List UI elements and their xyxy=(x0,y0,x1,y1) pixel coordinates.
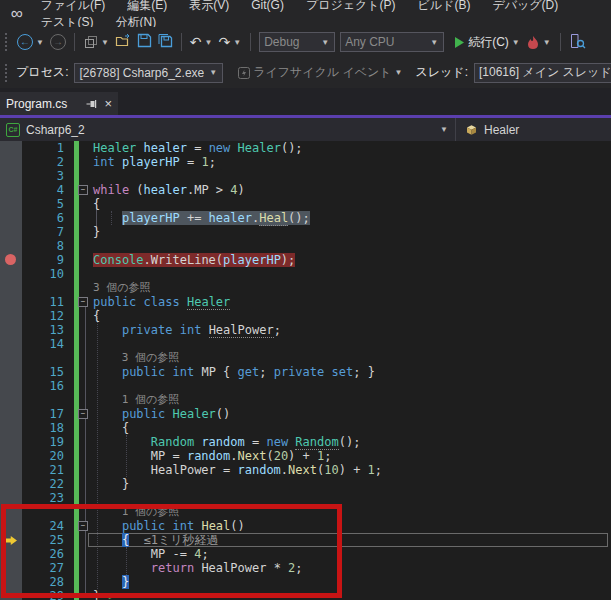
thread-select[interactable]: [10616] メイン スレッド xyxy=(474,63,611,83)
code-line[interactable]: 22 } xyxy=(0,477,611,491)
menu-item-6[interactable]: デバッグ(D) xyxy=(481,0,569,12)
standard-toolbar: ←▼ → ▼ ↶▼ ↷▼ Debug▼ Any CPU▼ 続行(C) ▼ ▼ xyxy=(0,27,611,57)
chevron-down-icon[interactable]: ▼ xyxy=(100,38,110,47)
navigate-forward-button[interactable]: → xyxy=(50,34,66,50)
lifecycle-events-button[interactable]: ライフサイクル イベント ▼ xyxy=(237,64,403,81)
codelens-references[interactable]: 3 個の参照 xyxy=(122,351,180,365)
line-number: 6 xyxy=(22,211,64,225)
toolbar-separator xyxy=(181,33,182,51)
breakpoint-icon[interactable] xyxy=(5,254,16,265)
debug-location-toolbar: プロセス: [26788] Csharp6_2.exe▼ ライフサイクル イベン… xyxy=(0,57,611,88)
code-text: public class Healer xyxy=(93,295,230,309)
continue-button[interactable]: 続行(C) ▼ xyxy=(453,34,521,51)
csharp-project-icon: C# xyxy=(6,123,20,137)
code-text: } xyxy=(93,477,129,491)
new-project-icon xyxy=(83,35,98,50)
chevron-down-icon[interactable]: ▼ xyxy=(439,125,449,134)
collapse-toggle-icon[interactable]: − xyxy=(78,409,88,419)
code-text: MP = random.Next(20) + 1; xyxy=(93,449,331,463)
code-line[interactable]: 16 xyxy=(0,379,611,393)
chevron-down-icon[interactable]: ▼ xyxy=(232,38,242,47)
tab-program-cs[interactable]: Program.cs × xyxy=(0,92,118,115)
close-icon[interactable]: × xyxy=(104,96,112,111)
open-file-button[interactable] xyxy=(115,33,132,51)
line-number: 8 xyxy=(22,239,64,253)
solution-configuration-select[interactable]: Debug▼ xyxy=(259,32,335,52)
solution-platform-select[interactable]: Any CPU▼ xyxy=(340,32,444,52)
undo-icon[interactable]: ↶ xyxy=(190,34,202,50)
menu-item-3[interactable]: Git(G) xyxy=(240,0,295,12)
line-number: 23 xyxy=(22,491,64,505)
new-project-button[interactable]: ▼ xyxy=(83,35,110,50)
chevron-down-icon[interactable]: ▼ xyxy=(204,38,214,47)
code-text: Healer healer = new Healer(); xyxy=(93,141,303,155)
code-line[interactable]: 13 private int HealPower; xyxy=(0,323,611,337)
toolbar-grip[interactable] xyxy=(5,64,7,82)
menu-item-4[interactable]: プロジェクト(P) xyxy=(295,0,407,12)
chevron-down-icon[interactable]: ▼ xyxy=(511,38,521,47)
line-number: 4 xyxy=(22,183,64,197)
chevron-down-icon[interactable]: ▼ xyxy=(35,38,45,47)
code-line[interactable]: 7} xyxy=(0,225,611,239)
code-line[interactable]: 4−while (healer.MP > 4) xyxy=(0,183,611,197)
navigate-back-button[interactable]: ← xyxy=(17,34,33,50)
code-line[interactable]: 20 MP = random.Next(20) + 1; xyxy=(0,449,611,463)
code-text: HealPower = random.Next(10) + 1; xyxy=(93,463,382,477)
open-folder-icon xyxy=(115,33,132,48)
line-number: 11 xyxy=(22,295,64,309)
code-line[interactable]: 10 xyxy=(0,267,611,281)
menu-item-1[interactable]: 編集(E) xyxy=(116,0,178,12)
menu-item-2[interactable]: 表示(V) xyxy=(178,0,240,12)
save-button[interactable] xyxy=(137,33,152,51)
code-line[interactable]: 8 xyxy=(0,239,611,253)
codelens-references[interactable]: 1 個の参照 xyxy=(122,393,180,407)
code-line[interactable]: 17− public Healer() xyxy=(0,407,611,421)
code-text: Random random = new Random(); xyxy=(93,435,360,449)
play-icon xyxy=(453,36,466,49)
code-line[interactable]: 18 { xyxy=(0,421,611,435)
line-number: 20 xyxy=(22,449,64,463)
codelens-references[interactable]: 3 個の参照 xyxy=(93,281,151,295)
chevron-down-icon[interactable]: ▼ xyxy=(394,68,404,77)
redo-icon[interactable]: ↷ xyxy=(219,34,231,50)
code-line[interactable]: 5{ xyxy=(0,197,611,211)
menu-item-0[interactable]: ファイル(F) xyxy=(30,0,116,12)
pin-icon[interactable] xyxy=(86,98,98,110)
code-line[interactable]: 2int playerHP = 1; xyxy=(0,155,611,169)
menu-item-5[interactable]: ビルド(B) xyxy=(407,0,482,12)
tab-label: Program.cs xyxy=(6,97,80,111)
code-line[interactable]: 6 playerHP += healer.Heal(); xyxy=(0,211,611,225)
process-select[interactable]: [26788] Csharp6_2.exe▼ xyxy=(74,63,223,83)
code-line[interactable]: 15 public int MP { get; private set; } xyxy=(0,365,611,379)
codelens-row[interactable]: 3 個の参照 xyxy=(0,281,611,295)
hot-reload-button[interactable]: ▼ xyxy=(526,35,552,50)
codelens-row[interactable]: 1 個の参照 xyxy=(0,393,611,407)
code-line[interactable]: 11−public class Healer xyxy=(0,295,611,309)
chevron-down-icon[interactable]: ▼ xyxy=(542,38,552,47)
code-line[interactable]: 19 Random random = new Random(); xyxy=(0,435,611,449)
code-line[interactable]: 14 xyxy=(0,337,611,351)
codelens-row[interactable]: 3 個の参照 xyxy=(0,351,611,365)
save-all-button[interactable] xyxy=(157,33,173,51)
code-line[interactable]: 21 HealPower = random.Next(10) + 1; xyxy=(0,463,611,477)
thread-label: スレッド: xyxy=(416,64,468,81)
code-text: } xyxy=(93,225,100,239)
find-in-files-button[interactable] xyxy=(569,33,586,52)
code-line[interactable]: 1Healer healer = new Healer(); xyxy=(0,141,611,155)
class-icon xyxy=(464,123,479,137)
code-text: Console.WriteLine(playerHP); xyxy=(93,253,295,267)
code-text: while (healer.MP > 4) xyxy=(93,183,245,197)
toolbar-grip[interactable] xyxy=(5,33,9,51)
code-line[interactable]: 9Console.WriteLine(playerHP); xyxy=(0,253,611,267)
collapse-toggle-icon[interactable]: − xyxy=(78,185,88,195)
code-line[interactable]: 23 xyxy=(0,491,611,505)
project-dropdown[interactable]: C# Csharp6_2 ▼ xyxy=(0,118,455,141)
collapse-toggle-icon[interactable]: − xyxy=(78,297,88,307)
code-text: private int HealPower; xyxy=(93,323,281,337)
line-number: 18 xyxy=(22,421,64,435)
member-dropdown[interactable]: Healer xyxy=(456,123,527,137)
code-line[interactable]: 3 xyxy=(0,169,611,183)
line-number: 3 xyxy=(22,169,64,183)
code-text: public Healer() xyxy=(93,407,230,421)
code-line[interactable]: 12{ xyxy=(0,309,611,323)
